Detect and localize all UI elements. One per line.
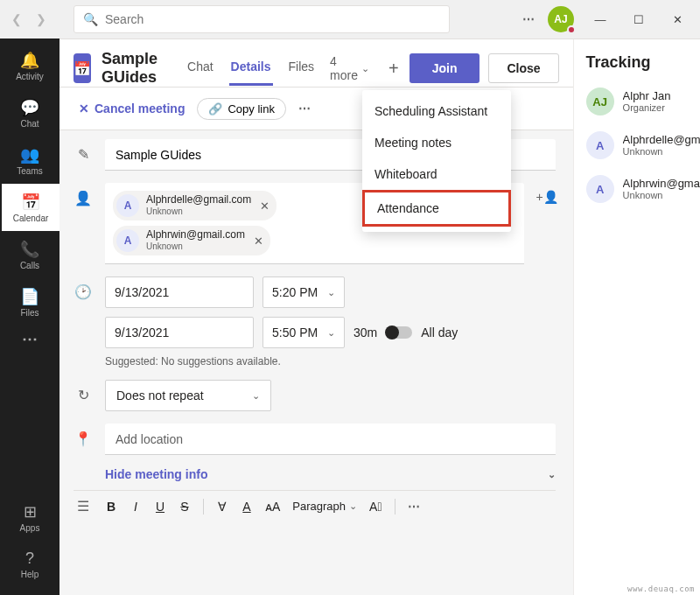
rail-activity[interactable]: 🔔Activity <box>0 42 60 89</box>
avatar: A <box>116 194 139 217</box>
chevron-down-icon: ⌄ <box>349 500 357 512</box>
avatar: AJ <box>586 88 614 116</box>
menu-meeting-notes[interactable]: Meeting notes <box>362 127 511 158</box>
avatar: A <box>586 131 614 159</box>
search-input[interactable] <box>105 12 440 26</box>
add-tab-button[interactable]: + <box>388 59 399 79</box>
rail-teams[interactable]: 👥Teams <box>0 136 60 184</box>
rail-apps[interactable]: ⊞Apps <box>0 494 60 541</box>
add-optional-attendee-icon[interactable]: +👤 <box>536 183 556 204</box>
chevron-down-icon: ⌄ <box>327 287 335 298</box>
recurrence-select[interactable]: Does not repeat⌄ <box>105 380 271 411</box>
rail-help[interactable]: ?Help <box>0 541 60 588</box>
avatar: A <box>586 175 614 203</box>
clock-icon: 🕑 <box>74 276 93 300</box>
forward-button[interactable]: ❯ <box>32 10 51 29</box>
location-icon: 📍 <box>74 424 93 447</box>
suggested-times: Suggested: No suggestions available. <box>105 355 556 368</box>
search-icon: 🔍 <box>83 12 98 26</box>
presence-busy-icon <box>567 25 576 34</box>
tracking-person[interactable]: A Alphrdelle@gmail.comUnknown <box>586 131 700 159</box>
attendee-chip[interactable]: A Alphrdelle@gmail.comUnknown ✕ <box>113 191 276 220</box>
calendar-chip-icon: 📅 <box>74 53 91 83</box>
rte-more-icon[interactable]: ⋯ <box>408 500 421 514</box>
chevron-down-icon: ⌄ <box>361 63 369 74</box>
bell-icon: 🔔 <box>20 51 39 70</box>
start-time-input[interactable]: 5:20 PM⌄ <box>262 276 345 308</box>
tab-details[interactable]: Details <box>229 51 273 86</box>
settings-more-icon[interactable]: ⋯ <box>517 7 541 32</box>
copy-link-button[interactable]: 🔗Copy link <box>197 98 285 120</box>
rail-calendar[interactable]: 📅Calendar <box>0 184 60 231</box>
app-rail: 🔔Activity 💬Chat 👥Teams 📅Calendar 📞Calls … <box>0 0 60 595</box>
calendar-icon: 📅 <box>21 192 40 212</box>
end-date-input[interactable]: 9/13/2021 <box>105 317 254 348</box>
recurrence-icon: ↻ <box>74 380 93 403</box>
tab-chat[interactable]: Chat <box>186 51 215 86</box>
underline-button[interactable]: U <box>154 500 166 514</box>
tracking-panel: Tracking AJ Alphr JanOrganizer A Alphrde… <box>573 39 700 595</box>
actionbar-more-icon[interactable]: ⋯ <box>293 96 317 121</box>
back-button[interactable]: ❮ <box>7 10 26 29</box>
clear-formatting-button[interactable]: A⃠ <box>369 500 382 514</box>
tracking-person[interactable]: A Alphrwin@gmail.comUnknown <box>586 175 700 203</box>
teams-icon: 👥 <box>20 145 39 164</box>
tracking-title: Tracking <box>586 53 700 72</box>
help-icon: ? <box>25 550 34 568</box>
chevron-down-icon: ⌄ <box>327 327 335 339</box>
apps-icon: ⊞ <box>24 502 37 522</box>
avatar: A <box>116 229 139 252</box>
tab-files[interactable]: Files <box>287 51 317 86</box>
phone-icon: 📞 <box>20 240 39 259</box>
pencil-icon: ✎ <box>74 139 93 163</box>
close-icon: ✕ <box>79 102 89 116</box>
font-color-button[interactable]: A <box>241 500 253 514</box>
font-size-button[interactable]: ᴀA <box>265 500 280 514</box>
user-avatar[interactable]: AJ <box>548 6 574 32</box>
remove-attendee-icon[interactable]: ✕ <box>258 200 270 213</box>
all-day-toggle[interactable] <box>386 326 412 339</box>
bold-button[interactable]: B <box>105 500 117 514</box>
start-date-input[interactable]: 9/13/2021 <box>105 276 254 308</box>
close-button[interactable]: Close <box>488 53 558 83</box>
rail-calls[interactable]: 📞Calls <box>0 231 60 278</box>
attendee-chip[interactable]: A Alphrwin@gmail.comUnknown ✕ <box>113 226 270 256</box>
join-button[interactable]: Join <box>410 53 480 83</box>
user-initials: AJ <box>554 13 567 25</box>
paragraph-select[interactable]: Paragraph⌄ <box>292 500 357 513</box>
menu-whiteboard[interactable]: Whiteboard <box>362 158 511 190</box>
cancel-meeting-button[interactable]: ✕Cancel meeting <box>74 98 190 119</box>
minimize-button[interactable]: — <box>581 5 620 33</box>
people-icon: 👤 <box>74 183 93 206</box>
maximize-button[interactable]: ☐ <box>620 5 658 33</box>
highlight-button[interactable]: ∀ <box>216 500 228 514</box>
menu-scheduling-assistant[interactable]: Scheduling Assistant <box>362 95 511 127</box>
menu-attendance[interactable]: Attendance <box>362 190 511 227</box>
meeting-header: 📅 Sample GUides Chat Details Files 4 mor… <box>60 39 573 88</box>
rail-more-icon[interactable]: ⋯ <box>22 329 38 348</box>
tracking-person[interactable]: AJ Alphr JanOrganizer <box>586 88 700 116</box>
chevron-down-icon: ⌄ <box>252 390 260 402</box>
end-time-input[interactable]: 5:50 PM⌄ <box>262 317 345 348</box>
description-icon: ☰ <box>74 498 93 514</box>
all-day-label: All day <box>421 326 458 340</box>
tab-more[interactable]: 4 more⌄ <box>330 54 369 82</box>
strike-button[interactable]: S <box>178 500 191 514</box>
hide-meeting-info-toggle[interactable]: Hide meeting info⌄ <box>105 467 556 481</box>
search-box[interactable]: 🔍 <box>74 5 450 33</box>
close-window-button[interactable]: ✕ <box>658 5 696 33</box>
rail-chat[interactable]: 💬Chat <box>0 89 60 136</box>
chat-icon: 💬 <box>20 98 39 117</box>
rail-files[interactable]: 📄Files <box>0 278 60 326</box>
italic-button[interactable]: I <box>130 500 142 514</box>
chevron-down-icon: ⌄ <box>548 469 556 480</box>
remove-attendee-icon[interactable]: ✕ <box>252 234 263 248</box>
more-tabs-menu: Scheduling Assistant Meeting notes White… <box>362 90 511 232</box>
watermark: www.deuaq.com <box>627 584 695 593</box>
duration-label: 30m <box>354 326 377 340</box>
rich-text-toolbar: ☰ B I U S ∀ A ᴀA Paragraph⌄ A⃠ ⋯ <box>74 490 556 514</box>
link-icon: 🔗 <box>208 102 222 116</box>
location-input[interactable] <box>105 424 556 455</box>
file-icon: 📄 <box>20 287 39 306</box>
meeting-title: Sample GUides <box>102 50 170 87</box>
